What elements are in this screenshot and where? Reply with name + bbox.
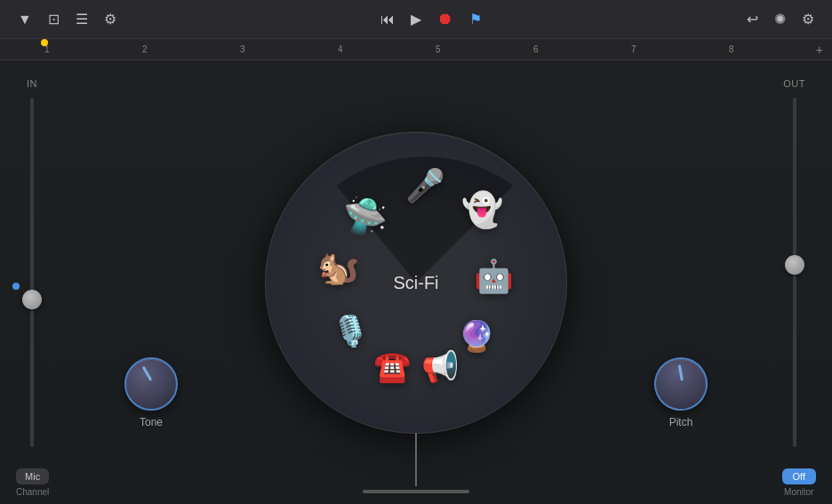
mic-channel-label: Channel — [16, 487, 49, 497]
voice-mic-staff[interactable]: 🎙️ — [332, 313, 369, 348]
ruler-marks: 1 2 3 4 5 6 7 8 + — [0, 39, 832, 60]
in-slider-track[interactable] — [30, 98, 34, 447]
rewind-icon[interactable]: ⏮ — [380, 12, 395, 28]
ruler-mark-8: 8 — [729, 44, 734, 54]
ruler-mark-3: 3 — [240, 44, 245, 54]
layers-icon[interactable]: ⊡ — [48, 11, 60, 28]
play-icon[interactable]: ▶ — [411, 11, 421, 28]
brightness-icon[interactable]: ✺ — [774, 11, 786, 28]
mic-channel-button[interactable]: Mic — [16, 468, 49, 484]
out-slider-thumb[interactable] — [785, 255, 804, 275]
tone-label: Tone — [140, 416, 163, 428]
monitor-section: Off Monitor — [782, 468, 816, 497]
main-content: IN OUT Tone Pitch — [0, 60, 832, 504]
voice-robot[interactable]: 🤖 — [474, 258, 514, 295]
metronome-icon[interactable]: ⚑ — [469, 11, 482, 28]
toolbar-right: ↩ ✺ ⚙ — [747, 11, 814, 28]
toolbar-left: ▼ ⊡ ☰ ⚙ — [18, 11, 116, 28]
in-slider-section: IN — [27, 78, 37, 451]
out-slider-section: OUT — [783, 78, 805, 451]
ruler-mark-7: 7 — [631, 44, 636, 54]
voice-megaphone[interactable]: 📢 — [421, 348, 459, 384]
ruler-mark-4: 4 — [338, 44, 343, 54]
in-slider-thumb[interactable] — [22, 290, 42, 309]
in-label: IN — [27, 78, 37, 89]
voice-ufo[interactable]: 🛸 — [343, 196, 388, 237]
add-track-button[interactable]: + — [816, 43, 823, 57]
settings-icon[interactable]: ⚙ — [802, 11, 814, 28]
tone-knob-section: Tone — [124, 357, 178, 428]
voice-microphone[interactable]: 🎤 — [405, 167, 445, 204]
left-edge-indicator — [12, 283, 20, 290]
mic-channel-section: Mic Channel — [16, 468, 49, 497]
undo-icon[interactable]: ↩ — [747, 11, 758, 28]
voice-selector-wheel[interactable]: Sci-Fi 🛸 🎤 👻 🐿️ 🤖 🎙️ 🔮 ☎️ 📢 — [265, 132, 567, 434]
mixer-icon[interactable]: ⚙ — [104, 11, 116, 28]
scroll-indicator-line — [415, 433, 417, 486]
ruler-mark-5: 5 — [436, 44, 441, 54]
ruler-mark-1: 1 — [44, 44, 50, 54]
voice-bubble[interactable]: 🔮 — [458, 318, 495, 354]
out-label: OUT — [783, 78, 805, 89]
out-slider-track[interactable] — [793, 98, 796, 447]
toolbar: ▼ ⊡ ☰ ⚙ ⏮ ▶ ⏺ ⚑ ↩ ✺ ⚙ — [0, 0, 832, 39]
pitch-knob-section: Pitch — [654, 357, 708, 428]
monitor-button[interactable]: Off — [782, 468, 816, 484]
dropdown-icon[interactable]: ▼ — [18, 12, 32, 28]
tone-knob[interactable] — [124, 357, 178, 411]
ruler-mark-2: 2 — [142, 44, 148, 54]
ruler-mark-6: 6 — [533, 44, 539, 54]
pitch-knob[interactable] — [647, 350, 716, 419]
monitor-label: Monitor — [784, 487, 813, 497]
record-icon[interactable]: ⏺ — [437, 10, 453, 28]
list-icon[interactable]: ☰ — [76, 11, 88, 28]
voice-monster[interactable]: 👻 — [461, 190, 503, 229]
scroll-indicator — [363, 490, 469, 493]
voice-squirrel[interactable]: 🐿️ — [317, 248, 359, 287]
voice-telephone[interactable]: ☎️ — [373, 348, 411, 384]
pitch-label: Pitch — [669, 416, 693, 428]
ruler: 1 2 3 4 5 6 7 8 + — [0, 39, 832, 60]
toolbar-center: ⏮ ▶ ⏺ ⚑ — [380, 10, 482, 28]
